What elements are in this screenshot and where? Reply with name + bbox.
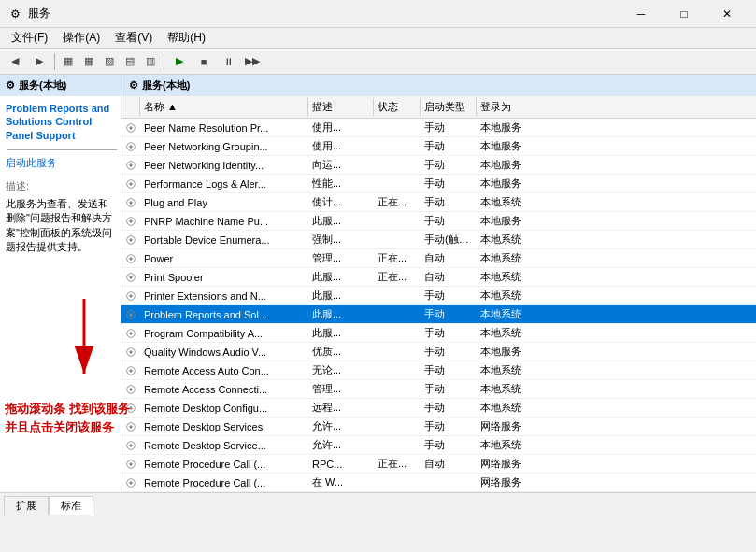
service-desc: 性能... [308,175,374,192]
maximize-button[interactable]: □ [663,0,706,28]
table-row[interactable]: Remote Access Connecti...管理...手动本地系统 [121,380,756,399]
service-name: PNRP Machine Name Pu... [140,214,308,229]
selected-service-name: Problem Reports and Solutions Control Pa… [6,102,115,142]
toolbar-btn8[interactable]: ⏸ [217,51,239,72]
divider [7,149,117,150]
service-status [374,238,421,242]
svg-point-39 [129,462,132,465]
service-name: Remote Access Auto Con... [140,363,308,378]
table-row[interactable]: Remote Desktop Services允许...手动网络服务 [121,418,756,436]
service-name: Printer Extensions and N... [140,289,308,304]
start-service-link[interactable]: 启动此服务 [6,156,115,170]
table-row[interactable]: Problem Reports and Sol...此服...手动本地系统 [121,305,756,324]
toolbar-btn1[interactable]: ▦ [59,51,78,72]
menu-view[interactable]: 查看(V) [107,28,160,48]
col-header-startup[interactable]: 启动类型 [421,98,477,116]
service-startup: 手动 [421,343,477,361]
table-row[interactable]: Printer Extensions and N...此服...手动本地系统 [121,287,756,305]
service-login: 本地系统 [477,268,542,286]
col-header-login[interactable]: 登录为 [477,98,542,116]
table-row[interactable]: Remote Desktop Configu...远程...手动本地系统 [121,399,756,418]
table-row[interactable]: PNRP Machine Name Pu...此服...手动本地服务 [121,212,756,231]
service-desc: 管理... [308,249,374,267]
table-row[interactable]: Remote Procedure Call (...在 W...网络服务 [121,474,756,492]
toolbar-btn6[interactable]: ▶ [168,51,191,72]
service-login: 本地系统 [477,287,542,304]
minimize-button[interactable]: ─ [620,0,663,28]
toolbar-btn5[interactable]: ▥ [141,51,160,72]
service-login: 本地系统 [477,380,542,398]
table-row[interactable]: Peer Networking Identity...向运...手动本地服务 [121,156,756,175]
service-desc: 此服... [308,268,374,286]
service-status [374,444,421,447]
menu-file[interactable]: 文件(F) [4,28,55,48]
service-name: Remote Desktop Services [140,419,308,434]
service-icon [121,381,140,398]
left-panel-title-text: 服务(本地) [19,78,66,92]
table-row[interactable]: Remote Procedure Call (...RPC...正在...自动网… [121,455,756,474]
tab-expand[interactable]: 扩展 [4,496,49,515]
toolbar-forward[interactable]: ▶ [28,51,50,72]
table-row[interactable]: Remote Access Auto Con...无论...手动本地系统 [121,361,756,380]
menu-bar: 文件(F) 操作(A) 查看(V) 帮助(H) [0,28,756,49]
service-name: Remote Procedure Call (... [140,475,308,490]
service-login: 本地服务 [477,137,542,155]
toolbar: ◀ ▶ ▦ ▦ ▧ ▤ ▥ ▶ ■ ⏸ ▶▶ [0,49,756,75]
service-status [374,294,421,298]
col-header-name[interactable]: 名称 ▲ [140,98,308,116]
service-login: 网络服务 [477,418,542,435]
table-row[interactable]: Print Spooler此服...正在...自动本地系统 [121,268,756,287]
table-row[interactable]: Power管理...正在...自动本地系统 [121,249,756,268]
close-button[interactable]: ✕ [706,0,749,28]
service-name: Plug and Play [140,195,308,210]
service-startup: 手动(触发... [421,231,477,248]
service-icon [121,176,140,192]
svg-point-15 [129,238,132,241]
svg-point-9 [129,182,132,185]
service-icon [121,325,140,342]
toolbar-btn7[interactable]: ■ [193,51,215,72]
left-panel-icon: ⚙ [6,79,15,92]
table-row[interactable]: Program Compatibility A...此服...手动本地系统 [121,324,756,343]
table-row[interactable]: Peer Name Resolution Pr...使用...手动本地服务 [121,119,756,137]
service-startup: 手动 [421,361,477,379]
toolbar-btn2[interactable]: ▦ [79,51,98,72]
service-startup: 手动 [421,137,477,155]
service-status [374,219,421,223]
toolbar-back[interactable]: ◀ [4,51,26,72]
svg-point-13 [129,219,132,222]
service-icon [121,288,140,304]
toolbar-btn3[interactable]: ▧ [100,51,119,72]
table-row[interactable]: Peer Networking Groupin...使用...手动本地服务 [121,137,756,156]
table-row[interactable]: Quality Windows Audio V...优质...手动本地服务 [121,343,756,361]
service-name: Remote Desktop Configu... [140,401,308,416]
right-panel: ⚙ 服务(本地) 名称 ▲ 描述 状态 启动类型 登录为 Peer Name R… [121,75,756,492]
menu-action[interactable]: 操作(A) [55,28,107,48]
col-header-icon[interactable] [121,98,140,116]
right-panel-title-text: 服务(本地) [142,78,190,92]
col-header-desc[interactable]: 描述 [308,98,374,116]
service-status [374,425,421,429]
service-login: 本地系统 [477,193,542,211]
tab-standard[interactable]: 标准 [49,496,93,515]
toolbar-btn4[interactable]: ▤ [121,51,139,72]
service-login: 本地系统 [477,231,542,248]
table-row[interactable]: Plug and Play使计...正在...手动本地系统 [121,193,756,212]
service-startup: 手动 [421,287,477,304]
service-icon [121,474,140,491]
service-desc: 使计... [308,193,374,211]
table-row[interactable]: Portable Device Enumera...强制...手动(触发...本… [121,231,756,249]
col-header-status[interactable]: 状态 [374,98,421,116]
service-name: Quality Windows Audio V... [140,345,308,360]
table-header: 名称 ▲ 描述 状态 启动类型 登录为 [121,96,756,119]
service-status: 正在... [374,268,421,286]
service-login: 网络服务 [477,455,542,473]
services-list[interactable]: Peer Name Resolution Pr...使用...手动本地服务Pee… [121,119,756,492]
service-name: Program Compatibility A... [140,326,308,341]
table-row[interactable]: Performance Logs & Aler...性能...手动本地服务 [121,175,756,193]
service-login: 本地系统 [477,324,542,342]
toolbar-btn9[interactable]: ▶▶ [241,51,264,72]
table-row[interactable]: Remote Desktop Service...允许...手动本地系统 [121,436,756,455]
service-login: 本地系统 [477,305,542,323]
menu-help[interactable]: 帮助(H) [160,28,213,48]
